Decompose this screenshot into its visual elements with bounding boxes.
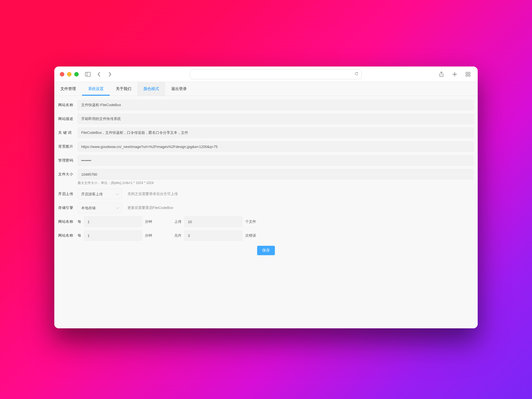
tab-color-mode[interactable]: 颜色模式 bbox=[137, 82, 165, 96]
settings-form: 网站名称 网站描述 关 键 词 背景图片 管理密码 bbox=[54, 96, 478, 262]
help-file-size: 最大文件大小，单位：(Bytes),1mb=1 * 1024 * 1024 bbox=[78, 181, 474, 185]
close-window-button[interactable] bbox=[60, 72, 64, 76]
hint-storage-engine: 更新后需要重启FileCodeBox bbox=[127, 205, 173, 210]
input-rate-error-count[interactable] bbox=[184, 230, 242, 241]
label-site-name: 网站名称 bbox=[58, 103, 74, 108]
input-rate-upload-interval[interactable] bbox=[84, 216, 142, 227]
svg-rect-6 bbox=[466, 75, 468, 76]
text-upload: 上传 bbox=[174, 219, 181, 224]
input-file-size[interactable] bbox=[78, 169, 474, 180]
browser-window: 文件管理 系统设置 关于我们 颜色模式 退出登录 网站名称 网站描述 关 键 词 bbox=[54, 66, 478, 328]
tab-file-management[interactable]: 文件管理 bbox=[54, 82, 82, 96]
new-tab-icon[interactable] bbox=[451, 70, 459, 78]
text-every-1: 每 bbox=[78, 219, 81, 224]
sidebar-toggle-icon[interactable] bbox=[84, 70, 92, 78]
tab-about-us[interactable]: 关于我们 bbox=[110, 82, 137, 96]
text-every-2: 每 bbox=[78, 233, 81, 238]
svg-rect-4 bbox=[466, 72, 468, 74]
label-rate-error: 网站名称 bbox=[58, 233, 74, 238]
share-icon[interactable] bbox=[437, 70, 446, 78]
save-button[interactable]: 保存 bbox=[257, 246, 275, 255]
label-enable-upload: 开启上传 bbox=[58, 191, 74, 196]
label-file-size: 文件大小 bbox=[58, 172, 74, 177]
input-bg-image[interactable] bbox=[78, 141, 474, 152]
label-keywords: 关 键 词 bbox=[58, 130, 74, 135]
text-minute-2: 分钟 bbox=[145, 233, 152, 238]
label-site-desc: 网站描述 bbox=[58, 116, 74, 121]
label-rate-upload: 网站名称 bbox=[58, 219, 74, 224]
reload-icon[interactable] bbox=[354, 71, 359, 77]
browser-titlebar bbox=[54, 66, 478, 82]
select-storage-engine[interactable]: 本地存储 bbox=[78, 203, 122, 213]
tab-logout[interactable]: 退出登录 bbox=[165, 82, 193, 96]
input-admin-password[interactable] bbox=[78, 155, 474, 166]
input-keywords[interactable] bbox=[78, 127, 474, 138]
input-rate-upload-count[interactable] bbox=[184, 216, 242, 227]
zoom-window-button[interactable] bbox=[74, 72, 79, 76]
svg-rect-5 bbox=[469, 72, 470, 74]
text-allow: 允许 bbox=[174, 233, 181, 238]
svg-rect-7 bbox=[469, 75, 470, 76]
minimize-window-button[interactable] bbox=[67, 72, 71, 76]
hint-enable-upload: 关闭之后需要登录后台方可上传 bbox=[127, 191, 178, 196]
url-bar[interactable] bbox=[190, 69, 362, 79]
select-enable-upload[interactable]: 开启游客上传 bbox=[78, 189, 122, 199]
nav-forward-button[interactable] bbox=[106, 70, 114, 78]
label-storage-engine: 存储引擎 bbox=[58, 205, 74, 210]
traffic-lights bbox=[60, 72, 79, 76]
input-site-desc[interactable] bbox=[78, 114, 474, 124]
text-minute-1: 分钟 bbox=[145, 219, 152, 224]
input-site-name[interactable] bbox=[78, 100, 474, 110]
label-admin-password: 管理密码 bbox=[58, 158, 74, 163]
text-files-unit: 个文件 bbox=[245, 219, 256, 224]
desktop-background: 文件管理 系统设置 关于我们 颜色模式 退出登录 网站名称 网站描述 关 键 词 bbox=[0, 0, 532, 399]
tab-system-settings[interactable]: 系统设置 bbox=[82, 82, 110, 96]
tab-overview-icon[interactable] bbox=[464, 70, 472, 78]
input-rate-error-interval[interactable] bbox=[84, 230, 142, 241]
text-errors-unit: 次错误 bbox=[245, 233, 256, 238]
nav-back-button[interactable] bbox=[95, 70, 103, 78]
svg-rect-0 bbox=[85, 72, 91, 76]
label-bg-image: 背景图片 bbox=[58, 144, 74, 149]
page-content: 文件管理 系统设置 关于我们 颜色模式 退出登录 网站名称 网站描述 关 键 词 bbox=[54, 82, 478, 328]
nav-tabs: 文件管理 系统设置 关于我们 颜色模式 退出登录 bbox=[54, 82, 478, 96]
